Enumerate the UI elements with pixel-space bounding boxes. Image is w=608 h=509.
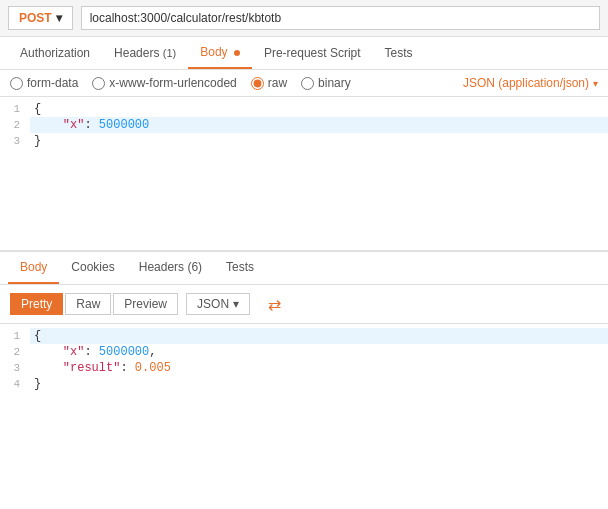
body-options-bar: form-data x-www-form-urlencoded raw bina…: [0, 70, 608, 97]
method-button[interactable]: POST ▾: [8, 6, 73, 30]
method-chevron: ▾: [56, 11, 62, 25]
response-tabs-bar: Body Cookies Headers (6) Tests: [0, 252, 608, 285]
option-x-www[interactable]: x-www-form-urlencoded: [92, 76, 236, 90]
response-tab-cookies[interactable]: Cookies: [59, 252, 126, 284]
res-line-4: 4 }: [0, 376, 608, 392]
req-line-2: 2 "x": 5000000: [0, 117, 608, 133]
res-line-3: 3 "result": 0.005: [0, 360, 608, 376]
tab-headers[interactable]: Headers (1): [102, 38, 188, 68]
format-pretty-btn[interactable]: Pretty: [10, 293, 63, 315]
response-section: Body Cookies Headers (6) Tests Pretty Ra…: [0, 252, 608, 424]
format-bar: Pretty Raw Preview JSON ▾ ⇄: [0, 285, 608, 324]
json-type-select[interactable]: JSON (application/json) ▾: [463, 76, 598, 90]
url-input[interactable]: [81, 6, 600, 30]
wrap-button[interactable]: ⇄: [260, 291, 288, 317]
format-preview-btn[interactable]: Preview: [113, 293, 178, 315]
body-tab-dot: [234, 50, 240, 56]
request-tabs-bar: Authorization Headers (1) Body Pre-reque…: [0, 37, 608, 70]
response-tab-body[interactable]: Body: [8, 252, 59, 284]
res-line-1: 1 {: [0, 328, 608, 344]
req-line-3: 3 }: [0, 133, 608, 149]
format-raw-btn[interactable]: Raw: [65, 293, 111, 315]
format-type-select[interactable]: JSON ▾: [186, 293, 250, 315]
tab-pre-request[interactable]: Pre-request Script: [252, 38, 373, 68]
option-binary[interactable]: binary: [301, 76, 351, 90]
tab-tests[interactable]: Tests: [373, 38, 425, 68]
json-select-chevron: ▾: [593, 78, 598, 89]
response-code-viewer: 1 { 2 "x": 5000000, 3 "result": 0.005 4 …: [0, 324, 608, 424]
tab-body[interactable]: Body: [188, 37, 252, 69]
option-raw[interactable]: raw: [251, 76, 287, 90]
top-bar: POST ▾: [0, 0, 608, 37]
response-tab-headers[interactable]: Headers (6): [127, 252, 214, 284]
method-label: POST: [19, 11, 52, 25]
request-code-editor[interactable]: 1 { 2 "x": 5000000 3 }: [0, 97, 608, 252]
req-line-1: 1 {: [0, 101, 608, 117]
format-select-chevron: ▾: [233, 297, 239, 311]
option-form-data[interactable]: form-data: [10, 76, 78, 90]
res-line-2: 2 "x": 5000000,: [0, 344, 608, 360]
response-tab-tests[interactable]: Tests: [214, 252, 266, 284]
tab-authorization[interactable]: Authorization: [8, 38, 102, 68]
